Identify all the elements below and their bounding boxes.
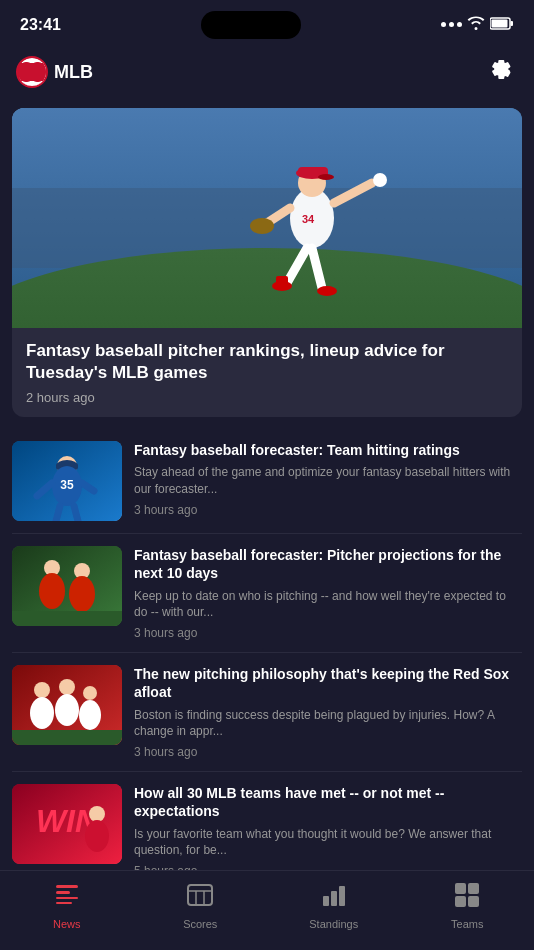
news-icon bbox=[54, 882, 80, 914]
article-desc-2: Keep up to date on who is pitching -- an… bbox=[134, 588, 522, 622]
svg-point-43 bbox=[83, 686, 97, 700]
article-title-4: How all 30 MLB teams have met -- or not … bbox=[134, 784, 522, 820]
article-thumb-2 bbox=[12, 546, 122, 626]
svg-point-34 bbox=[39, 573, 65, 609]
svg-point-41 bbox=[59, 679, 75, 695]
svg-rect-61 bbox=[339, 886, 345, 906]
svg-point-44 bbox=[79, 700, 101, 730]
nav-item-scores[interactable]: Scores bbox=[170, 882, 230, 930]
article-content-2: Fantasy baseball forecaster: Pitcher pro… bbox=[134, 546, 522, 640]
article-time-3: 3 hours ago bbox=[134, 745, 522, 759]
nav-label-news: News bbox=[53, 918, 81, 930]
status-bar: 23:41 bbox=[0, 0, 534, 44]
nav-item-news[interactable]: News bbox=[37, 882, 97, 930]
nav-label-scores: Scores bbox=[183, 918, 217, 930]
dynamic-island bbox=[201, 11, 301, 39]
svg-rect-46 bbox=[12, 730, 122, 745]
hero-article-title: Fantasy baseball pitcher rankings, lineu… bbox=[26, 340, 508, 384]
svg-text:34: 34 bbox=[302, 213, 315, 225]
nav-item-teams[interactable]: Teams bbox=[437, 882, 497, 930]
article-card-2[interactable]: Fantasy baseball forecaster: Pitcher pro… bbox=[12, 534, 522, 653]
article-desc-3: Boston is finding success despite being … bbox=[134, 707, 522, 741]
svg-rect-53 bbox=[56, 897, 78, 899]
article-thumb-1: 35 bbox=[12, 441, 122, 521]
svg-rect-63 bbox=[468, 883, 479, 894]
hero-article-info: Fantasy baseball pitcher rankings, lineu… bbox=[12, 328, 522, 417]
article-time-1: 3 hours ago bbox=[134, 503, 522, 517]
svg-rect-1 bbox=[491, 19, 507, 27]
svg-rect-62 bbox=[455, 883, 466, 894]
svg-point-39 bbox=[34, 682, 50, 698]
app-title: MLB bbox=[54, 62, 93, 83]
hero-article-card[interactable]: 34 Fantasy baseball pitcher rankings, li… bbox=[12, 108, 522, 417]
battery-icon bbox=[490, 16, 514, 34]
svg-point-11 bbox=[318, 174, 334, 180]
nav-item-standings[interactable]: Standings bbox=[304, 882, 364, 930]
article-desc-1: Stay ahead of the game and optimize your… bbox=[134, 464, 522, 498]
status-icons bbox=[441, 16, 514, 34]
svg-rect-51 bbox=[56, 885, 78, 888]
status-time: 23:41 bbox=[20, 16, 61, 34]
svg-point-42 bbox=[55, 694, 79, 726]
article-thumb-3: 29 bbox=[12, 665, 122, 745]
svg-rect-64 bbox=[455, 896, 466, 907]
hero-image: 34 bbox=[12, 108, 522, 328]
article-title-2: Fantasy baseball forecaster: Pitcher pro… bbox=[134, 546, 522, 582]
mlb-logo: MLB bbox=[16, 56, 93, 88]
scores-icon bbox=[187, 882, 213, 914]
svg-rect-37 bbox=[12, 611, 122, 626]
article-content-4: How all 30 MLB teams have met -- or not … bbox=[134, 784, 522, 878]
standings-icon bbox=[321, 882, 347, 914]
article-card-3[interactable]: 29 The new pitching philosophy that's ke… bbox=[12, 653, 522, 772]
hero-article-time: 2 hours ago bbox=[26, 390, 508, 405]
article-content-3: The new pitching philosophy that's keepi… bbox=[134, 665, 522, 759]
wifi-icon bbox=[467, 16, 485, 34]
svg-point-13 bbox=[373, 173, 387, 187]
mlb-ball-icon bbox=[16, 56, 48, 88]
bottom-nav: News Scores Standings bbox=[0, 870, 534, 950]
svg-point-15 bbox=[250, 218, 274, 234]
svg-rect-20 bbox=[276, 276, 288, 286]
signal-dots bbox=[441, 22, 462, 27]
nav-label-standings: Standings bbox=[309, 918, 358, 930]
svg-rect-55 bbox=[188, 885, 212, 905]
article-title-3: The new pitching philosophy that's keepi… bbox=[134, 665, 522, 701]
svg-point-3 bbox=[19, 59, 48, 88]
nav-label-teams: Teams bbox=[451, 918, 483, 930]
svg-rect-60 bbox=[331, 891, 337, 906]
svg-rect-54 bbox=[56, 902, 72, 904]
svg-point-40 bbox=[30, 697, 54, 729]
settings-button[interactable] bbox=[484, 52, 518, 92]
svg-point-50 bbox=[85, 820, 109, 852]
svg-point-19 bbox=[317, 286, 337, 296]
svg-text:35: 35 bbox=[60, 478, 74, 492]
svg-point-49 bbox=[89, 806, 105, 822]
svg-line-31 bbox=[74, 506, 78, 521]
article-title-1: Fantasy baseball forecaster: Team hittin… bbox=[134, 441, 522, 459]
article-content-1: Fantasy baseball forecaster: Team hittin… bbox=[134, 441, 522, 521]
svg-rect-52 bbox=[56, 891, 70, 894]
svg-rect-2 bbox=[510, 21, 513, 26]
article-time-2: 3 hours ago bbox=[134, 626, 522, 640]
svg-point-36 bbox=[69, 576, 95, 612]
article-thumb-4: WIN bbox=[12, 784, 122, 864]
article-card-1[interactable]: 35 Fantasy baseball forecaster: Team hit… bbox=[12, 429, 522, 534]
svg-rect-65 bbox=[468, 896, 479, 907]
svg-line-30 bbox=[56, 506, 60, 521]
svg-rect-59 bbox=[323, 896, 329, 906]
top-nav: MLB bbox=[0, 44, 534, 100]
article-desc-4: Is your favorite team what you thought i… bbox=[134, 826, 522, 860]
teams-icon bbox=[454, 882, 480, 914]
